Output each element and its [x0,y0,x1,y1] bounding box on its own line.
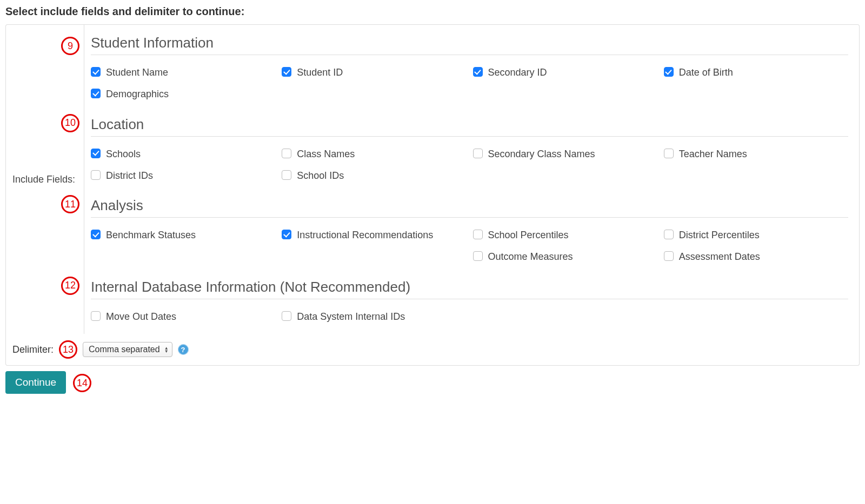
checkbox-secondary-class-names[interactable] [473,149,483,158]
label-student-id: Student ID [297,66,343,79]
label-demographics: Demographics [106,88,169,100]
field-school-percentiles: School Percentiles [473,229,657,241]
label-assessment-dates: Assessment Dates [679,250,760,263]
checkbox-class-names[interactable] [282,149,291,158]
checkbox-district-percentiles[interactable] [664,230,674,239]
checkbox-student-name[interactable] [91,67,101,77]
field-secondary-class-names: Secondary Class Names [473,147,657,160]
field-school-ids: School IDs [282,169,466,182]
checkbox-district-ids[interactable] [91,170,101,180]
field-instructional-recs: Instructional Recommendations [282,229,466,264]
checkbox-secondary-id[interactable] [473,67,483,77]
delimiter-label: Delimiter: [12,344,54,355]
field-assessment-dates: Assessment Dates [664,250,848,263]
label-instructional-recs: Instructional Recommendations [297,229,433,241]
checkbox-data-system-ids[interactable] [282,311,291,321]
section-student-information: 9 Student Information Student Name Stude… [91,35,848,101]
annotation-10: 10 [61,114,79,132]
label-benchmark-statuses: Benchmark Statuses [106,229,196,241]
section-analysis: 11 Analysis Benchmark Statuses Instructi… [91,197,848,264]
field-teacher-names: Teacher Names [664,147,848,160]
checkbox-move-out-dates[interactable] [91,311,101,321]
help-icon[interactable]: ? [178,344,189,355]
label-class-names: Class Names [297,147,355,160]
section-location: 10 Location Schools Class Names Secondar… [91,116,848,183]
field-class-names: Class Names [282,147,466,160]
include-fields-label: Include Fields: [12,174,75,185]
right-column: 9 Student Information Student Name Stude… [84,25,859,334]
section-internal: 12 Internal Database Information (Not Re… [91,279,848,323]
annotation-12: 12 [61,277,79,295]
section-header-internal: Internal Database Information (Not Recom… [91,279,848,299]
checkbox-school-ids[interactable] [282,170,291,180]
checkbox-outcome-measures[interactable] [473,251,483,261]
checkbox-demographics[interactable] [91,89,101,98]
include-fields-panel: Include Fields: 9 Student Information St… [5,24,860,334]
checkbox-assessment-dates[interactable] [664,251,674,261]
annotation-9: 9 [61,37,79,55]
annotation-14: 14 [73,374,91,392]
field-secondary-id: Secondary ID [473,66,657,79]
label-school-percentiles: School Percentiles [488,229,569,241]
field-benchmark-statuses: Benchmark Statuses [91,229,275,241]
field-demographics: Demographics [91,88,275,100]
checkbox-benchmark-statuses[interactable] [91,230,101,239]
label-secondary-id: Secondary ID [488,66,547,79]
delimiter-select[interactable]: Comma separated ▲▼ [83,342,172,357]
label-teacher-names: Teacher Names [679,147,747,160]
label-schools: Schools [106,147,141,160]
label-secondary-class-names: Secondary Class Names [488,147,595,160]
label-student-name: Student Name [106,66,168,79]
label-district-ids: District IDs [106,169,153,182]
section-header-student-information: Student Information [91,35,848,55]
checkbox-school-percentiles[interactable] [473,230,483,239]
label-school-ids: School IDs [297,169,344,182]
label-move-out-dates: Move Out Dates [106,310,176,323]
checkbox-dob[interactable] [664,67,674,77]
checkbox-schools[interactable] [91,149,101,158]
checkbox-instructional-recs[interactable] [282,230,291,239]
select-arrows-icon: ▲▼ [164,347,169,353]
continue-row: Continue 14 [5,371,860,394]
field-student-id: Student ID [282,66,466,79]
field-dob: Date of Birth [664,66,848,79]
label-data-system-ids: Data System Internal IDs [297,310,405,323]
label-district-percentiles: District Percentiles [679,229,760,241]
label-dob: Date of Birth [679,66,733,79]
annotation-11: 11 [61,195,79,213]
field-data-system-ids: Data System Internal IDs [282,310,466,323]
delimiter-selected-value: Comma separated [89,345,160,354]
checkbox-teacher-names[interactable] [664,149,674,158]
label-outcome-measures: Outcome Measures [488,250,573,263]
field-schools: Schools [91,147,275,160]
continue-button[interactable]: Continue [5,371,66,394]
page-title: Select include fields and delimiter to c… [5,5,860,18]
field-outcome-measures: Outcome Measures [473,250,657,263]
annotation-13: 13 [59,340,77,359]
field-district-percentiles: District Percentiles [664,229,848,241]
section-header-analysis: Analysis [91,197,848,218]
section-header-location: Location [91,116,848,137]
field-student-name: Student Name [91,66,275,79]
checkbox-student-id[interactable] [282,67,291,77]
field-move-out-dates: Move Out Dates [91,310,275,323]
delimiter-row: Delimiter: 13 Comma separated ▲▼ ? [5,334,860,366]
field-district-ids: District IDs [91,169,275,182]
